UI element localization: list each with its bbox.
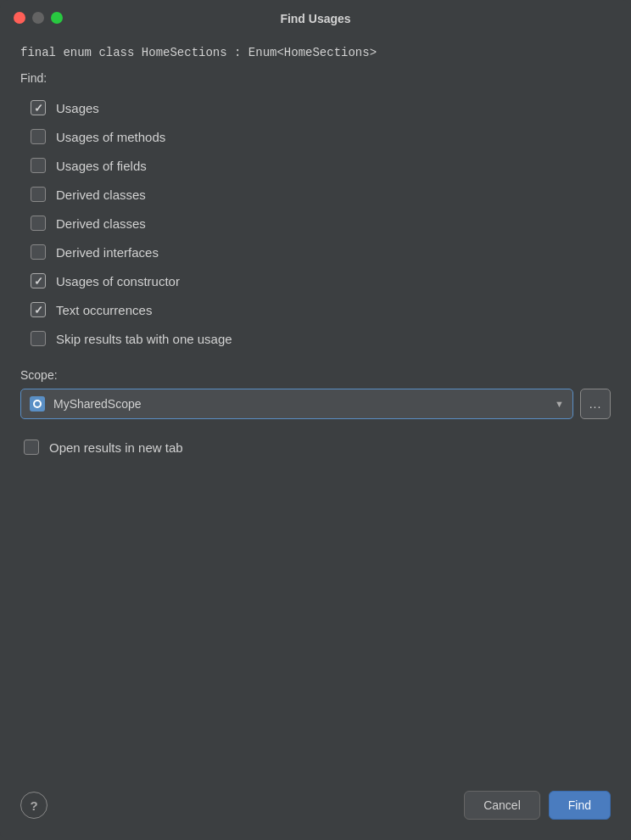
checkbox-row-usages-of-constructor[interactable]: Usages of constructor	[27, 266, 611, 295]
checkbox-label-text-occurrences: Text occurrences	[56, 303, 152, 317]
help-button[interactable]: ?	[20, 792, 47, 819]
find-usages-dialog: Find Usages final enum class HomeSection…	[0, 0, 631, 840]
action-buttons: Cancel Find	[464, 791, 611, 820]
dialog-content: final enum class HomeSections : Enum<Hom…	[0, 32, 631, 777]
checkbox-row-text-occurrences[interactable]: Text occurrences	[27, 295, 611, 324]
scope-label: Scope:	[20, 368, 611, 382]
checkbox-usages-of-methods[interactable]	[31, 129, 46, 144]
scope-more-label: ...	[589, 397, 602, 411]
scope-icon-inner	[33, 400, 42, 408]
checkbox-derived-interfaces[interactable]	[31, 244, 46, 260]
checkbox-derived-classes-1[interactable]	[31, 187, 46, 202]
checkbox-label-usages-of-constructor: Usages of constructor	[56, 274, 180, 288]
scope-selected-value: MySharedScope	[53, 397, 546, 411]
checkbox-row-usages-of-methods[interactable]: Usages of methods	[27, 122, 611, 151]
maximize-button[interactable]	[51, 12, 63, 24]
checkbox-label-usages-of-methods: Usages of methods	[56, 130, 165, 144]
minimize-button[interactable]	[32, 12, 44, 24]
checkbox-usages-of-constructor[interactable]	[31, 273, 46, 288]
checkbox-row-usages-of-fields[interactable]: Usages of fields	[27, 151, 611, 180]
checkbox-usages-of-fields[interactable]	[31, 158, 46, 173]
scope-row: MySharedScope ▼ ...	[20, 389, 611, 419]
checkbox-label-derived-interfaces: Derived interfaces	[56, 245, 159, 260]
window-controls	[14, 12, 63, 24]
class-declaration: final enum class HomeSections : Enum<Hom…	[20, 46, 611, 59]
checkbox-label-derived-classes-1: Derived classes	[56, 188, 146, 202]
dialog-title: Find Usages	[280, 12, 350, 25]
footer: ? Cancel Find	[0, 777, 631, 840]
checkbox-derived-classes-2[interactable]	[31, 216, 46, 231]
scope-section: Scope: MySharedScope ▼ ...	[20, 368, 611, 419]
scope-icon	[30, 396, 45, 412]
titlebar: Find Usages	[0, 0, 631, 32]
checkbox-label-skip-results: Skip results tab with one usage	[56, 332, 232, 346]
find-label: Find:	[20, 71, 611, 85]
checkbox-label-usages: Usages	[56, 101, 99, 115]
checkbox-text-occurrences[interactable]	[31, 302, 46, 317]
checkbox-usages[interactable]	[31, 100, 46, 115]
checkbox-row-derived-classes-2[interactable]: Derived classes	[27, 209, 611, 238]
find-button[interactable]: Find	[549, 791, 611, 820]
close-button[interactable]	[14, 12, 25, 24]
scope-dropdown[interactable]: MySharedScope ▼	[20, 389, 573, 419]
scope-more-button[interactable]: ...	[580, 389, 611, 419]
checkbox-row-usages[interactable]: Usages	[27, 93, 611, 122]
checkbox-skip-results[interactable]	[31, 331, 46, 346]
checkbox-row-skip-results[interactable]: Skip results tab with one usage	[27, 324, 611, 353]
open-results-row[interactable]: Open results in new tab	[20, 436, 611, 458]
help-label: ?	[30, 798, 37, 813]
chevron-down-icon: ▼	[555, 399, 564, 409]
checkboxes-container: Usages Usages of methods Usages of field…	[27, 93, 611, 353]
open-results-label: Open results in new tab	[49, 440, 183, 455]
checkbox-open-results[interactable]	[24, 440, 39, 455]
cancel-button[interactable]: Cancel	[464, 791, 540, 820]
checkbox-label-usages-of-fields: Usages of fields	[56, 159, 147, 173]
checkbox-row-derived-interfaces[interactable]: Derived interfaces	[27, 238, 611, 266]
checkbox-row-derived-classes-1[interactable]: Derived classes	[27, 180, 611, 209]
checkbox-label-derived-classes-2: Derived classes	[56, 216, 146, 231]
